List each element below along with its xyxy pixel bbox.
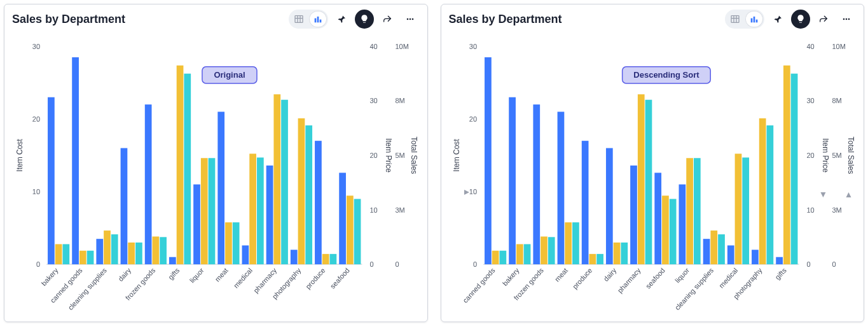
bar [533,104,540,264]
svg-point-18 [843,18,845,20]
bar [759,118,766,264]
table-view-icon[interactable] [290,11,308,27]
right-axis2-tick: 8M [832,97,841,104]
bar [298,118,305,264]
pin-button[interactable] [768,10,787,29]
left-axis-tick: 30 [32,43,40,50]
right-axis1-title: Item Price [384,138,393,173]
category-label: pharmacy [616,266,642,294]
table-view-icon[interactable] [726,11,744,27]
category-label: liquor [188,266,205,284]
bar [233,222,240,264]
sort-indicator-icon [846,192,851,197]
bar [72,57,79,264]
bar [783,66,790,264]
bar [492,251,499,264]
sort-indicator-icon [820,192,825,197]
svg-rect-16 [754,17,755,22]
bar [87,251,94,264]
category-label: gifts [773,266,788,281]
bar [621,243,628,264]
bar [257,157,264,264]
left-axis-tick: 10 [32,188,40,195]
category-label: meat [214,266,230,283]
svg-rect-0 [295,16,303,23]
bar [541,236,548,264]
right-axis1-tick: 10 [369,206,377,214]
bar [145,104,152,264]
bar [776,257,783,264]
bar [339,173,346,264]
bar [669,199,676,264]
left-axis-tick: 10 [469,188,476,195]
bar [217,112,224,265]
bar [305,125,312,264]
svg-rect-6 [319,20,321,23]
svg-rect-15 [751,18,753,23]
share-button[interactable] [378,10,397,29]
bar [135,243,142,264]
bar [734,153,741,264]
category-label: dairy [602,266,617,283]
bar [315,141,322,264]
category-label: seafood [329,266,351,290]
right-axis2-tick: 3M [832,206,841,214]
right-axis1-tick: 20 [806,152,814,159]
svg-rect-11 [731,16,739,23]
chart-area: 010203001020304003M5M8M10MItem CostItem … [12,29,420,319]
bar [605,148,612,265]
category-label: gifts [167,266,181,281]
category-label: bakery [500,266,520,287]
svg-point-9 [411,18,413,20]
bar-view-icon[interactable] [309,11,327,27]
bar-chart: 010203001020304003M5M8M10MItem CostItem … [12,29,420,319]
left-axis-tick: 0 [36,260,40,268]
right-axis2-tick: 3M [395,206,404,214]
right-axis1-tick: 20 [369,152,377,159]
bar [752,250,759,264]
left-axis-tick: 0 [472,260,476,268]
chart-panel: Sales by Department010203001020304003M5M… [441,4,865,322]
bar-view-icon[interactable] [745,11,763,27]
pin-button[interactable] [332,10,351,29]
bar [703,239,710,264]
more-button[interactable] [401,10,420,29]
bar [169,257,176,264]
right-axis1-tick: 30 [806,97,814,104]
view-toggle[interactable] [725,10,764,29]
bar [654,173,661,264]
panel-title: Sales by Department [449,13,562,26]
svg-rect-17 [756,20,758,23]
more-button[interactable] [837,10,856,29]
right-axis2-tick: 0 [395,260,399,268]
bar [630,166,637,264]
category-label: canned goods [461,266,496,304]
bulb-button[interactable] [791,10,810,29]
bar [242,245,249,264]
panel-title: Sales by Department [12,13,125,26]
bulb-button[interactable] [355,10,374,29]
right-axis2-title: Total Sales [410,137,418,174]
category-label: medical [232,266,254,289]
category-label: pharmacy [252,266,279,294]
svg-point-8 [409,18,411,20]
category-label: produce [304,266,327,290]
bar [273,94,280,264]
bar [523,244,530,264]
left-axis-tick: 20 [469,115,476,123]
right-axis2-title: Total Sales [846,137,855,174]
bar [548,237,555,264]
view-toggle[interactable] [289,10,328,29]
category-label: seafood [644,266,666,290]
svg-point-20 [848,18,850,20]
right-axis1-tick: 40 [806,43,814,50]
svg-point-7 [406,18,408,20]
category-label: meat [553,266,568,283]
bar [322,254,329,264]
share-button[interactable] [814,10,833,29]
right-axis1-tick: 30 [369,97,377,104]
svg-rect-5 [317,17,319,22]
bar [710,230,717,264]
bar [347,195,354,264]
bar-chart: 010203001020304003M5M8M10MItem CostItem … [449,29,857,319]
